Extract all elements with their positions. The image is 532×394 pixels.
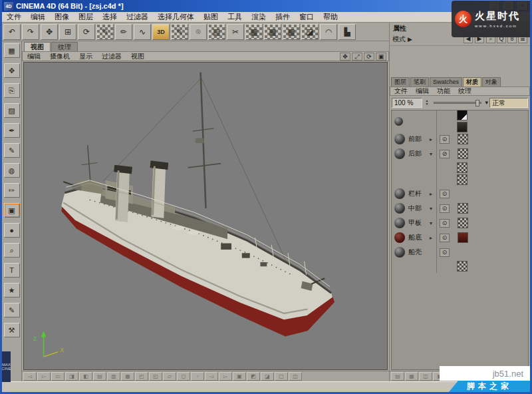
materials-tool-icon[interactable]: ▦ bbox=[405, 372, 418, 381]
materials-tab[interactable]: Swatches bbox=[430, 77, 462, 87]
expand-arrow-icon[interactable]: ▸ bbox=[430, 136, 436, 142]
edit-points-icon[interactable]: ✎ bbox=[4, 303, 20, 317]
texture-thumbnail[interactable] bbox=[458, 203, 468, 214]
menu-item[interactable]: 插件 bbox=[271, 12, 295, 22]
expand-arrow-icon[interactable]: ▾ bbox=[430, 220, 436, 226]
viewport-menu-item[interactable]: 摄像机 bbox=[45, 52, 74, 61]
disabled-tool-icon[interactable]: ◪ bbox=[261, 372, 274, 381]
undo-icon[interactable]: ↶ bbox=[3, 24, 21, 40]
texture-thumbnail[interactable] bbox=[458, 134, 468, 144]
maximize-view-icon[interactable]: ▣ bbox=[376, 53, 386, 61]
texture-tile-icon[interactable]: ▦ bbox=[283, 24, 300, 40]
material-row[interactable]: 前部 ▸ ⊙ bbox=[392, 132, 528, 146]
viewport-canvas[interactable]: Z X bbox=[23, 62, 388, 370]
texture-thumbnail[interactable] bbox=[457, 162, 467, 173]
disabled-tool-icon[interactable]: ◰ bbox=[135, 372, 148, 381]
material-row[interactable]: 船壳 ⊙ bbox=[392, 245, 528, 260]
opacity-slider[interactable] bbox=[434, 102, 481, 104]
menu-item[interactable]: 渲染 bbox=[247, 12, 271, 22]
material-row[interactable]: 船底 ▸ ⊙ bbox=[392, 230, 528, 245]
disabled-tool-icon[interactable]: ▻ bbox=[37, 372, 51, 381]
material-row[interactable]: 甲板 ▾ ⊙ bbox=[392, 216, 528, 230]
menu-item[interactable]: 帮助 bbox=[319, 12, 342, 22]
viewport-menu-item[interactable]: 过滤器 bbox=[97, 52, 126, 61]
viewport-tab[interactable]: 视图 bbox=[24, 42, 51, 51]
uv-grid-icon[interactable]: ▦ bbox=[4, 43, 20, 58]
airbrush-icon[interactable]: ∿ bbox=[134, 24, 151, 40]
materials-tool-icon[interactable]: ▤ bbox=[391, 372, 404, 381]
material-row[interactable]: 后部 ▾ ⊘ bbox=[392, 146, 528, 161]
texture-pattern-icon[interactable]: ▦ bbox=[264, 24, 281, 40]
menu-item[interactable]: 贴图 bbox=[199, 12, 223, 22]
blend-dropdown-icon[interactable]: ▾ bbox=[485, 99, 488, 106]
disabled-tool-icon[interactable]: ◧ bbox=[79, 372, 92, 381]
visibility-eye-icon[interactable]: ⊙ bbox=[440, 204, 450, 213]
materials-tool-icon[interactable]: ◫ bbox=[419, 372, 432, 381]
scale-icon[interactable]: ⊞ bbox=[59, 24, 76, 40]
clone-stamp-icon[interactable]: ⌾ bbox=[190, 24, 207, 40]
histogram-icon[interactable]: ▙ bbox=[338, 24, 356, 40]
texture-thumbnail[interactable] bbox=[458, 232, 468, 243]
materials-menu-item[interactable]: 功能 bbox=[433, 87, 454, 96]
brush-icon[interactable]: ✎ bbox=[4, 143, 20, 158]
smear-icon[interactable]: ✎ bbox=[171, 24, 188, 40]
visibility-eye-icon[interactable]: ⊙ bbox=[440, 135, 450, 144]
texture-thumbnail[interactable] bbox=[458, 148, 468, 159]
mask-select-icon[interactable]: ▨ bbox=[4, 103, 20, 118]
disabled-tool-icon[interactable]: ▣ bbox=[233, 372, 246, 381]
material-row[interactable]: 中部 ▾ ⊙ bbox=[392, 201, 528, 216]
materials-tab[interactable]: 材质 bbox=[463, 77, 481, 87]
pencil-icon[interactable]: ✏ bbox=[115, 24, 132, 40]
disabled-tool-icon[interactable]: ▢ bbox=[275, 372, 288, 381]
blend-mode-select[interactable]: 正常 bbox=[489, 98, 528, 108]
expand-arrow-icon[interactable]: ▾ bbox=[430, 206, 436, 212]
rotate-icon[interactable]: ⟳ bbox=[78, 24, 95, 40]
materials-tab[interactable]: 对象 bbox=[482, 77, 501, 87]
visibility-eye-icon[interactable]: ⊙ bbox=[440, 248, 450, 257]
texture-thumbnail[interactable] bbox=[457, 174, 467, 185]
expand-arrow-icon[interactable]: ▾ bbox=[430, 151, 436, 157]
menu-item[interactable]: 工具 bbox=[223, 12, 247, 22]
menu-item[interactable]: 选择几何体 bbox=[153, 12, 199, 22]
disabled-tool-icon[interactable]: ◻ bbox=[177, 372, 190, 381]
eraser-icon[interactable]: ▤ bbox=[208, 24, 225, 40]
disabled-tool-icon[interactable]: ▥ bbox=[107, 372, 120, 381]
stepper-down-icon[interactable]: ▾ bbox=[424, 102, 430, 106]
disabled-tool-icon[interactable]: ▻ bbox=[219, 372, 232, 381]
move-icon[interactable]: ✥ bbox=[41, 24, 58, 40]
curve-tool-icon[interactable]: ◠ bbox=[320, 24, 337, 40]
texture-thumbnail[interactable] bbox=[458, 218, 468, 228]
disabled-tool-icon[interactable]: ▱ bbox=[163, 372, 176, 381]
texture-thumbnail[interactable] bbox=[457, 122, 467, 132]
disabled-tool-icon[interactable]: ◩ bbox=[247, 372, 260, 381]
material-row[interactable]: 栏杆 ▸ ⊙ bbox=[392, 186, 528, 201]
texture-fill-icon[interactable]: ▦ bbox=[245, 24, 263, 40]
menu-item[interactable]: 图层 bbox=[74, 12, 98, 22]
materials-menu-item[interactable]: 编辑 bbox=[412, 87, 433, 96]
texture-thumbnail[interactable] bbox=[457, 110, 467, 120]
zoom-view-icon[interactable]: ⤢ bbox=[352, 53, 362, 61]
draw-pencil-icon[interactable]: ✏ bbox=[4, 183, 20, 198]
menu-item[interactable]: 编辑 bbox=[26, 12, 50, 22]
viewport-menu-item[interactable]: 视图 bbox=[126, 52, 149, 61]
disabled-tool-icon[interactable]: ▦ bbox=[121, 372, 134, 381]
pen-icon[interactable]: ✒ bbox=[4, 123, 20, 138]
disabled-tool-icon[interactable]: ◅ bbox=[205, 372, 218, 381]
magnify-icon[interactable]: ⌕ bbox=[4, 243, 20, 258]
mode-expand-icon[interactable]: ▶ bbox=[408, 36, 412, 43]
disabled-tool-icon[interactable]: ▭ bbox=[51, 372, 65, 381]
color-drop-icon[interactable]: ● bbox=[4, 223, 20, 238]
texture-thumbnail[interactable] bbox=[457, 261, 467, 272]
visibility-eye-icon[interactable]: ⊙ bbox=[440, 190, 450, 198]
menu-item[interactable]: 图像 bbox=[50, 12, 74, 22]
crop-icon[interactable]: ✂ bbox=[227, 24, 244, 40]
materials-menu-item[interactable]: 纹理 bbox=[454, 87, 475, 96]
disabled-tool-icon[interactable]: ◫ bbox=[289, 372, 302, 381]
menu-item[interactable]: 选择 bbox=[98, 12, 122, 22]
3d-paint-icon[interactable]: 3D bbox=[152, 24, 170, 40]
visibility-eye-icon[interactable]: ⊘ bbox=[440, 150, 450, 158]
pan-view-icon[interactable]: ✥ bbox=[340, 53, 350, 61]
mask-icon[interactable]: ◪ bbox=[301, 24, 319, 40]
viewport-menu-item[interactable]: 编辑 bbox=[23, 52, 45, 61]
zoom-stepper[interactable]: ▴ ▾ bbox=[424, 99, 430, 106]
